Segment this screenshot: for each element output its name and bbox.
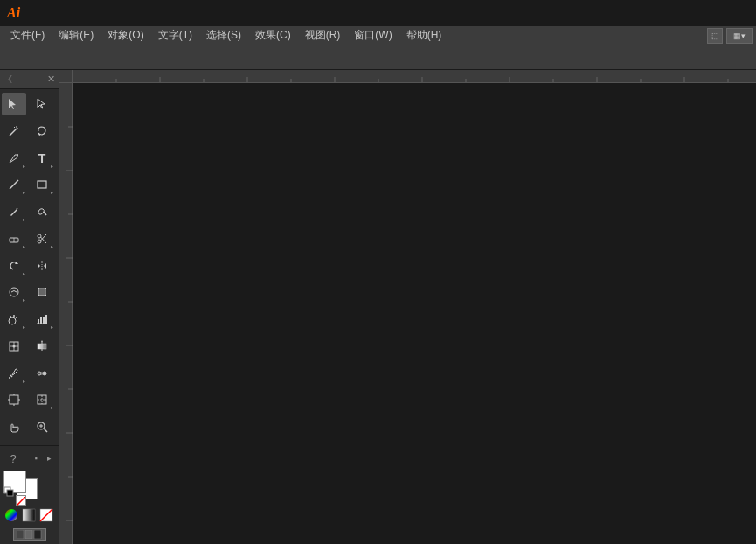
canvas-with-rulers: ✦ 🐰 AI资讯网 WWW.YUTU.CN <box>59 70 756 544</box>
toolbar: 《 ✕ <box>0 70 59 544</box>
menu-view[interactable]: 视图(R) <box>298 26 348 45</box>
svg-point-46 <box>38 372 41 375</box>
svg-rect-63 <box>5 509 17 521</box>
svg-rect-33 <box>40 317 42 324</box>
menu-object[interactable]: 对象(O) <box>101 26 150 45</box>
svg-line-11 <box>44 212 46 215</box>
svg-marker-43 <box>41 340 43 342</box>
title-bar: Ai <box>0 0 756 26</box>
gradient-color-btn[interactable] <box>21 507 37 523</box>
warp-tool[interactable]: ▸ <box>2 281 26 303</box>
svg-line-8 <box>10 180 18 189</box>
free-transform-tool[interactable] <box>30 281 54 303</box>
svg-rect-34 <box>43 317 45 324</box>
lasso-tool[interactable] <box>30 120 54 143</box>
menu-bar: 文件(F) 编辑(E) 对象(O) 文字(T) 选择(S) 效果(C) 视图(R… <box>0 26 756 45</box>
svg-marker-0 <box>9 99 16 109</box>
svg-rect-25 <box>45 288 46 289</box>
hand-tool[interactable] <box>2 415 26 438</box>
line-segment-tool[interactable]: ▸ <box>2 173 26 196</box>
tools-grid: ▸ T ▸ ▸ ▸ ▸ <box>0 89 59 445</box>
eraser-tool[interactable]: ▸ <box>2 227 26 250</box>
color-tools-row <box>3 507 55 523</box>
column-graph-tool[interactable]: ▸ <box>30 308 54 331</box>
ruler-row <box>59 70 756 83</box>
svg-rect-9 <box>38 181 46 188</box>
svg-marker-1 <box>38 99 45 108</box>
pencil-tool[interactable]: ▸ <box>2 200 26 223</box>
svg-point-30 <box>13 315 15 317</box>
arrange-btn[interactable]: ▦▾ <box>726 28 753 44</box>
menu-help[interactable]: 帮助(H) <box>399 26 449 45</box>
svg-marker-21 <box>44 263 46 269</box>
color-boxes <box>3 471 55 504</box>
help-btn[interactable]: ? <box>3 450 23 467</box>
extra-panel-btn[interactable]: ▪ <box>30 450 42 467</box>
magic-wand-tool[interactable] <box>2 120 26 143</box>
symbol-sprayer-tool[interactable]: ▸ <box>2 308 26 331</box>
extra-panel-btn2[interactable]: ▸ <box>43 450 55 467</box>
gradient-tool[interactable] <box>30 335 54 358</box>
menu-window[interactable]: 窗口(W) <box>347 26 399 45</box>
artboard-tool[interactable] <box>2 388 26 411</box>
pen-tool[interactable]: ▸ <box>2 147 26 170</box>
vertical-ruler <box>59 83 73 544</box>
svg-point-45 <box>9 377 10 379</box>
svg-point-29 <box>10 316 11 317</box>
svg-rect-27 <box>45 295 46 296</box>
reflect-tool[interactable] <box>30 255 54 277</box>
rotate-tool[interactable]: ▸ <box>2 255 26 277</box>
canvas-body: ✦ 🐰 AI资讯网 WWW.YUTU.CN <box>59 83 756 544</box>
none-color-btn[interactable] <box>16 495 26 506</box>
direct-selection-tool[interactable] <box>30 93 54 115</box>
control-bar <box>0 45 756 70</box>
svg-rect-23 <box>38 289 45 296</box>
eyedropper-tool[interactable]: ▸ <box>2 362 26 385</box>
toolbar-close-btn[interactable]: ✕ <box>47 73 55 85</box>
svg-rect-67 <box>17 530 24 539</box>
zoom-tool[interactable] <box>30 415 54 438</box>
slice-tool[interactable]: ▸ <box>30 388 54 411</box>
menu-edit[interactable]: 编辑(E) <box>52 26 101 45</box>
menu-select[interactable]: 选择(S) <box>199 26 248 45</box>
type-tool[interactable]: T ▸ <box>30 147 54 170</box>
mesh-tool[interactable] <box>2 335 26 358</box>
svg-line-10 <box>17 208 17 209</box>
toolbar-collapse-btn[interactable]: 《 <box>3 73 12 86</box>
color-btn[interactable] <box>3 507 19 523</box>
rectangle-tool[interactable]: ▸ <box>30 173 54 196</box>
svg-rect-48 <box>10 395 18 404</box>
blob-brush-tool[interactable] <box>30 200 54 223</box>
svg-marker-20 <box>38 263 40 269</box>
svg-rect-69 <box>34 530 41 539</box>
svg-point-47 <box>43 372 46 375</box>
menu-text[interactable]: 文字(T) <box>151 26 199 45</box>
screen-mode-row <box>3 528 55 541</box>
svg-rect-32 <box>38 319 39 324</box>
svg-point-22 <box>10 288 18 296</box>
svg-point-28 <box>9 317 16 324</box>
svg-line-62 <box>17 497 25 506</box>
svg-rect-61 <box>7 490 13 496</box>
screen-mode-btn[interactable] <box>13 528 46 541</box>
svg-point-31 <box>16 317 17 318</box>
svg-line-57 <box>44 429 47 432</box>
reset-colors-btn[interactable] <box>3 486 14 499</box>
main-layout: 《 ✕ <box>0 70 756 544</box>
horizontal-ruler <box>73 70 756 83</box>
svg-rect-68 <box>25 530 32 539</box>
svg-rect-35 <box>45 315 47 324</box>
svg-point-40 <box>13 345 16 347</box>
toolbar-header: 《 ✕ <box>0 70 59 89</box>
svg-line-2 <box>10 129 17 136</box>
workspace-btn[interactable]: ⬚ <box>707 28 723 44</box>
menu-effect[interactable]: 效果(C) <box>248 26 298 45</box>
menu-file[interactable]: 文件(F) <box>3 26 52 45</box>
canvas-area[interactable]: ✦ 🐰 AI资讯网 WWW.YUTU.CN <box>73 83 756 544</box>
blend-tool[interactable] <box>30 362 54 385</box>
toolbar-bottom: ? ▪ ▸ <box>0 445 59 544</box>
none-btn[interactable] <box>38 507 54 523</box>
selection-tool[interactable] <box>2 93 26 115</box>
scissors-tool[interactable]: ▸ <box>30 227 54 250</box>
svg-point-7 <box>17 154 18 156</box>
